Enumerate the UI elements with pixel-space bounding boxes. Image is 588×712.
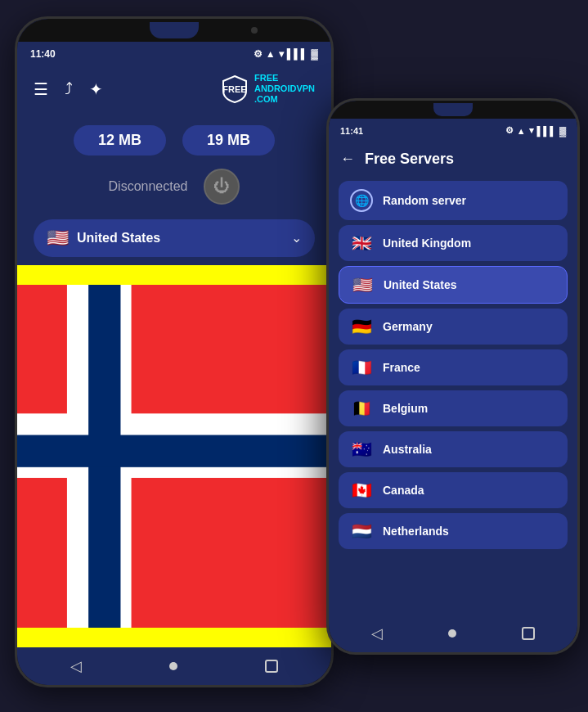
svg-text:FREE: FREE [222,84,246,94]
server-item-netherlands[interactable]: 🇳🇱 Netherlands [339,513,568,549]
server-item-canada[interactable]: 🇨🇦 Canada [339,472,568,508]
flag-belgium: 🇧🇪 [350,399,373,418]
data-row: 12 MB 19 MB [17,112,331,162]
phone2: 11:41 ⚙ ▲ ▾ ▌▌▌ ▓ ← Free Servers 🌐 Rando… [326,98,580,655]
server-name-canada: Canada [383,484,424,497]
logo-shield-icon: FREE [220,74,249,104]
server-name-belgium: Belgium [383,402,428,415]
home-button-phone2[interactable] [448,629,456,638]
logo-line1: FREE [254,73,278,83]
nav-icons-phone1: ☰ ⤴ ✦ [34,79,103,99]
server-item-uk[interactable]: 🇬🇧 United Kingdom [339,225,568,261]
server-name-germany: Germany [383,320,433,333]
status-icons-phone1: ⚙ ▲ ▾ ▌▌▌ ▓ [254,48,318,60]
flag-germany: 🇩🇪 [350,317,373,336]
wifi-icon: ▾ [279,48,284,60]
chevron-down-icon: ⌄ [291,230,302,246]
alarm-icon: ▲ [266,48,276,60]
flag-australia: 🇦🇺 [350,439,373,459]
flag-display [17,265,331,647]
menu-icon[interactable]: ☰ [34,79,48,99]
server-item-us[interactable]: 🇺🇸 United States [339,266,568,304]
camera-dot [251,27,258,34]
server-header: ← Free Servers [329,142,577,176]
server-name-france: France [383,361,420,374]
download-value: 19 MB [207,132,250,148]
signal-icon: ▌▌▌ [287,48,308,60]
server-list: 🌐 Random server 🇬🇧 United Kingdom 🇺🇸 Uni… [329,176,577,615]
settings2-icon: ⚙ [505,125,514,136]
upload-value: 12 MB [98,132,141,148]
server-name-us: United States [384,278,456,291]
flag-uk: 🇬🇧 [350,233,373,253]
bottom-nav-phone1: ◁ [17,647,331,685]
flag-us: 🇺🇸 [351,275,374,295]
server-list-title: Free Servers [365,151,454,168]
server-item-australia[interactable]: 🇦🇺 Australia [339,431,568,467]
country-name: United States [77,231,283,246]
flag-yellow-bottom [17,628,331,647]
logo-line2: ANDROIDVPN [254,83,315,93]
server-item-france[interactable]: 🇫🇷 France [339,349,568,385]
globe-icon: 🌐 [350,189,373,212]
server-name-random: Random server [383,194,466,207]
svg-rect-5 [17,435,331,466]
power-icon: ⏻ [213,177,230,196]
top-nav-phone1: ☰ ⤴ ✦ FREE FREE ANDROIDVPN .COM [17,66,331,112]
recents-button-phone1[interactable] [265,660,278,673]
flag-yellow-top [17,265,331,285]
alarm2-icon: ▲ [517,126,526,136]
back-button-phone2[interactable]: ◁ [371,624,383,642]
camera-bump [150,22,199,38]
camera-bump2 [433,103,473,116]
server-name-uk: United Kingdom [383,237,471,250]
camera-bar2 [329,101,577,119]
status-icons-phone2: ⚙ ▲ ▾ ▌▌▌ ▓ [505,125,566,136]
signal2-icon: ▌▌▌ [537,126,556,136]
share-icon[interactable]: ⤴ [65,79,73,98]
flag-netherlands: 🇳🇱 [350,521,373,541]
country-selector[interactable]: 🇺🇸 United States ⌄ [34,219,315,257]
connection-row: Disconnected ⏻ [17,162,331,211]
flag-france: 🇫🇷 [350,358,373,377]
battery2-icon: ▓ [559,126,566,136]
server-name-netherlands: Netherlands [383,525,449,538]
server-item-germany[interactable]: 🇩🇪 Germany [339,309,568,345]
connection-status: Disconnected [109,179,188,194]
back-button-phone1[interactable]: ◁ [70,657,82,675]
status-bar-phone1: 11:40 ⚙ ▲ ▾ ▌▌▌ ▓ [17,42,331,66]
back-arrow-icon[interactable]: ← [340,151,355,168]
time-phone2: 11:41 [340,126,363,136]
power-button[interactable]: ⏻ [204,169,240,205]
logo-line3: .COM [254,94,278,104]
upload-pill: 12 MB [74,125,166,155]
time-phone1: 11:40 [30,48,56,60]
battery-icon: ▓ [311,48,318,60]
camera-bar [17,19,331,42]
flag-canada: 🇨🇦 [350,480,373,500]
server-item-belgium[interactable]: 🇧🇪 Belgium [339,390,568,426]
phone1: 11:40 ⚙ ▲ ▾ ▌▌▌ ▓ ☰ ⤴ ✦ FREE [15,16,334,687]
logo-text: FREE ANDROIDVPN .COM [254,73,315,106]
wifi2-icon: ▾ [529,125,534,136]
recents-button-phone2[interactable] [522,627,535,640]
norway-flag-svg [17,285,331,628]
home-button-phone1[interactable] [169,662,177,670]
status-bar-phone2: 11:41 ⚙ ▲ ▾ ▌▌▌ ▓ [329,119,577,142]
server-item-random[interactable]: 🌐 Random server [339,181,568,220]
bottom-nav-phone2: ◁ [329,615,577,652]
star-icon[interactable]: ✦ [89,79,103,99]
logo-area: FREE FREE ANDROIDVPN .COM [220,73,315,106]
settings-icon: ⚙ [254,48,263,60]
country-flag: 🇺🇸 [47,228,69,249]
download-pill: 19 MB [182,125,275,155]
server-name-australia: Australia [383,443,432,456]
